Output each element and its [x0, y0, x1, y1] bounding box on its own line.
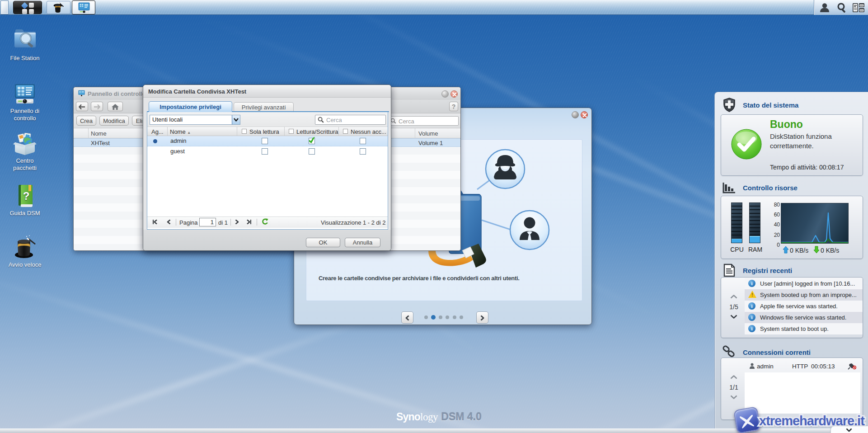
svg-text:?: ? [23, 190, 30, 202]
